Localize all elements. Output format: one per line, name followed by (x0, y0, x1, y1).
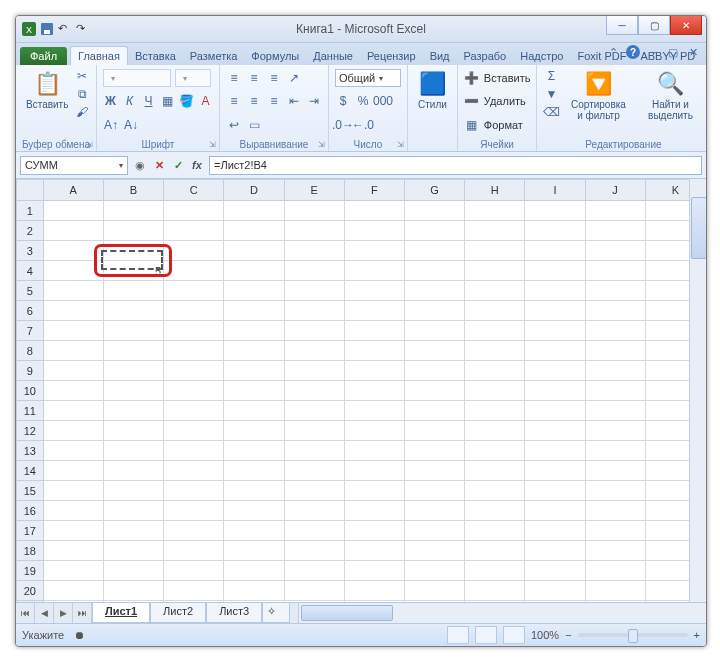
bold-button[interactable]: Ж (103, 93, 118, 109)
cell-D12[interactable] (224, 421, 284, 441)
wrap-text-icon[interactable]: ↩ (226, 117, 242, 133)
cell-I14[interactable] (525, 461, 585, 481)
cell-B14[interactable] (103, 461, 163, 481)
italic-button[interactable]: К (122, 93, 137, 109)
sheet-tab-3[interactable]: Лист3 (206, 603, 262, 623)
cell-A19[interactable] (43, 561, 103, 581)
cell-A4[interactable] (43, 261, 103, 281)
cell-I11[interactable] (525, 401, 585, 421)
cell-I19[interactable] (525, 561, 585, 581)
select-all-button[interactable] (17, 180, 44, 201)
align-right-icon[interactable]: ≡ (266, 93, 282, 109)
cell-B3[interactable] (103, 241, 163, 261)
cell-A21[interactable] (43, 601, 103, 603)
dialog-launcher-icon[interactable]: ⇲ (397, 140, 404, 149)
cell-J4[interactable] (585, 261, 645, 281)
new-sheet-button[interactable]: ✧ (262, 603, 290, 623)
range-selector-icon[interactable]: ◉ (132, 157, 148, 173)
cell-I6[interactable] (525, 301, 585, 321)
dialog-launcher-icon[interactable]: ⇲ (86, 140, 93, 149)
cell-E16[interactable] (284, 501, 344, 521)
cell-I16[interactable] (525, 501, 585, 521)
tab-view[interactable]: Вид (423, 47, 457, 65)
cell-A10[interactable] (43, 381, 103, 401)
cell-J3[interactable] (585, 241, 645, 261)
cell-A1[interactable] (43, 201, 103, 221)
cell-B16[interactable] (103, 501, 163, 521)
cell-G21[interactable] (404, 601, 464, 603)
cell-H7[interactable] (465, 321, 525, 341)
cell-I3[interactable] (525, 241, 585, 261)
normal-view-button[interactable] (447, 626, 469, 644)
cell-I10[interactable] (525, 381, 585, 401)
row-header[interactable]: 11 (17, 401, 44, 421)
paste-button[interactable]: 📋 Вставить (22, 68, 72, 120)
dec-decimal-icon[interactable]: ←.0 (355, 117, 371, 133)
cell-H20[interactable] (465, 581, 525, 601)
cell-F4[interactable] (344, 261, 404, 281)
cell-G7[interactable] (404, 321, 464, 341)
cell-A2[interactable] (43, 221, 103, 241)
cell-C11[interactable] (164, 401, 224, 421)
zoom-out-button[interactable]: − (565, 629, 571, 641)
sort-filter-button[interactable]: 🔽 Сортировка и фильтр (563, 68, 633, 123)
cell-C18[interactable] (164, 541, 224, 561)
cell-I2[interactable] (525, 221, 585, 241)
cell-I7[interactable] (525, 321, 585, 341)
fx-button[interactable]: fx (189, 157, 205, 173)
cell-G8[interactable] (404, 341, 464, 361)
zoom-slider[interactable] (578, 633, 688, 637)
cell-E4[interactable] (284, 261, 344, 281)
vertical-scrollbar[interactable] (689, 179, 706, 602)
cell-C4[interactable] (164, 261, 224, 281)
cell-F2[interactable] (344, 221, 404, 241)
cell-J8[interactable] (585, 341, 645, 361)
dialog-launcher-icon[interactable]: ⇲ (209, 140, 216, 149)
cell-E13[interactable] (284, 441, 344, 461)
styles-button[interactable]: 🟦 Стили (414, 68, 451, 112)
indent-inc-icon[interactable]: ⇥ (306, 93, 322, 109)
font-size-select[interactable]: ▾ (175, 69, 211, 87)
cell-J14[interactable] (585, 461, 645, 481)
cell-J10[interactable] (585, 381, 645, 401)
border-icon[interactable]: ▦ (160, 93, 175, 109)
cell-F18[interactable] (344, 541, 404, 561)
cell-D21[interactable] (224, 601, 284, 603)
cell-F10[interactable] (344, 381, 404, 401)
cell-D18[interactable] (224, 541, 284, 561)
cell-C21[interactable] (164, 601, 224, 603)
row-header[interactable]: 6 (17, 301, 44, 321)
cell-C10[interactable] (164, 381, 224, 401)
cell-B1[interactable] (103, 201, 163, 221)
cell-E18[interactable] (284, 541, 344, 561)
cell-J12[interactable] (585, 421, 645, 441)
cell-D1[interactable] (224, 201, 284, 221)
cell-J7[interactable] (585, 321, 645, 341)
cell-E20[interactable] (284, 581, 344, 601)
cell-B5[interactable] (103, 281, 163, 301)
cell-H4[interactable] (465, 261, 525, 281)
cell-B17[interactable] (103, 521, 163, 541)
cell-I20[interactable] (525, 581, 585, 601)
cell-F9[interactable] (344, 361, 404, 381)
chevron-down-icon[interactable]: ▾ (119, 161, 123, 170)
column-header[interactable]: E (284, 180, 344, 201)
first-sheet-button[interactable]: ⏮ (16, 603, 35, 623)
tab-home[interactable]: Главная (70, 46, 128, 65)
cell-A6[interactable] (43, 301, 103, 321)
cell-B11[interactable] (103, 401, 163, 421)
cell-J11[interactable] (585, 401, 645, 421)
zoom-level[interactable]: 100% (531, 629, 559, 641)
cell-H18[interactable] (465, 541, 525, 561)
cell-B18[interactable] (103, 541, 163, 561)
cell-J19[interactable] (585, 561, 645, 581)
cell-A11[interactable] (43, 401, 103, 421)
last-sheet-button[interactable]: ⏭ (73, 603, 92, 623)
tab-review[interactable]: Рецензир (360, 47, 423, 65)
cell-F8[interactable] (344, 341, 404, 361)
tab-layout[interactable]: Разметка (183, 47, 245, 65)
cell-F15[interactable] (344, 481, 404, 501)
cell-H3[interactable] (465, 241, 525, 261)
cell-E8[interactable] (284, 341, 344, 361)
cell-E17[interactable] (284, 521, 344, 541)
